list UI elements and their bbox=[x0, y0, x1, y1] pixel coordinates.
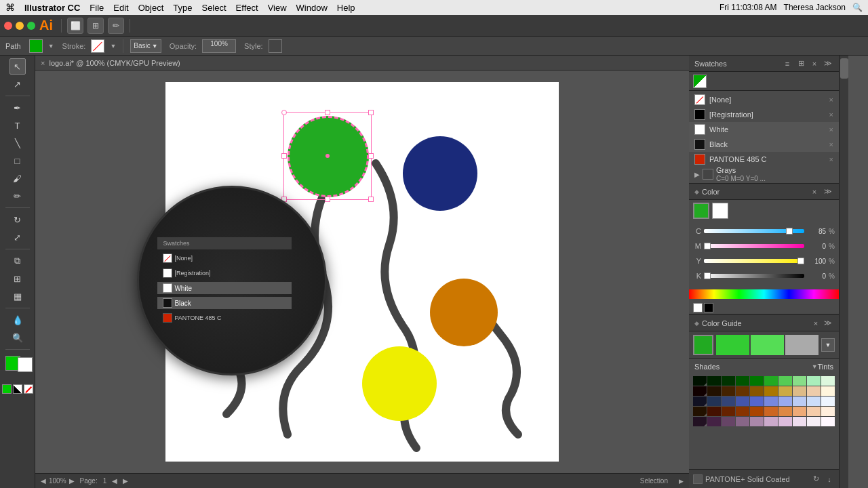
cg-cell[interactable] bbox=[821, 386, 835, 396]
line-tool[interactable]: ╲ bbox=[9, 135, 26, 151]
paintbrush-tool[interactable]: 🖌 bbox=[9, 170, 26, 186]
stroke-color-swatch[interactable] bbox=[91, 39, 104, 53]
canvas-content[interactable]: Swatches [None] [Registration] White bbox=[35, 70, 689, 473]
cg-cell[interactable] bbox=[764, 396, 778, 406]
cg-harmony-3[interactable] bbox=[785, 335, 818, 355]
menu-object[interactable]: Object bbox=[138, 3, 164, 13]
color-expand[interactable]: ≫ bbox=[823, 186, 833, 197]
type-tool[interactable]: T bbox=[9, 117, 26, 134]
swatch-white-row[interactable]: White × bbox=[689, 122, 839, 137]
cg-cell[interactable] bbox=[778, 396, 792, 406]
cg-cell[interactable] bbox=[821, 407, 835, 416]
cg-cell[interactable] bbox=[736, 417, 749, 426]
pen-tool[interactable]: ✒ bbox=[9, 100, 26, 116]
cg-cell[interactable] bbox=[807, 376, 821, 386]
cg-cell[interactable] bbox=[736, 376, 749, 386]
style-swatch[interactable] bbox=[269, 39, 282, 53]
cg-refresh-btn[interactable]: ↻ bbox=[810, 474, 821, 485]
handle-tr[interactable] bbox=[368, 110, 374, 115]
scrollbar-thumb[interactable] bbox=[840, 58, 848, 79]
opacity-input[interactable]: 100% bbox=[202, 39, 236, 53]
slider-c-track[interactable] bbox=[704, 229, 804, 233]
cg-cell[interactable] bbox=[764, 386, 778, 396]
cg-cell[interactable] bbox=[807, 386, 821, 396]
gradient-tool[interactable]: ▦ bbox=[9, 288, 26, 304]
handle-tl[interactable] bbox=[281, 110, 287, 115]
cg-cell[interactable] bbox=[750, 396, 764, 406]
cg-cell[interactable] bbox=[722, 396, 735, 406]
cg-cell[interactable] bbox=[807, 396, 821, 406]
cg-cell[interactable] bbox=[793, 407, 806, 416]
rotate-tool[interactable]: ↻ bbox=[9, 211, 26, 228]
close-tab-button[interactable]: × bbox=[41, 59, 45, 67]
cg-cell[interactable] bbox=[778, 376, 792, 386]
red-circle[interactable] bbox=[203, 224, 284, 306]
close-button[interactable] bbox=[4, 22, 12, 30]
handle-br[interactable] bbox=[368, 197, 374, 202]
swatch-grays-row[interactable]: ▶ Grays C=0 M=0 Y=0 ... bbox=[689, 167, 839, 182]
menu-file[interactable]: File bbox=[90, 3, 104, 13]
zoom-out-btn[interactable]: ◀ bbox=[41, 477, 46, 485]
app-name[interactable]: Illustrator CC bbox=[24, 3, 80, 13]
cg-cell[interactable] bbox=[722, 386, 735, 396]
swatch-none-row[interactable]: [None] × bbox=[689, 92, 839, 107]
eyedropper-tool[interactable]: 💧 bbox=[9, 312, 26, 328]
cg-cell[interactable] bbox=[736, 407, 749, 416]
cg-cell[interactable] bbox=[793, 417, 806, 426]
cg-harmony-1[interactable] bbox=[716, 335, 749, 355]
menu-help[interactable]: Help bbox=[337, 3, 355, 13]
slider-k-thumb[interactable] bbox=[704, 272, 711, 279]
color-stroke-swatch[interactable] bbox=[712, 203, 728, 219]
cg-cell[interactable] bbox=[793, 386, 806, 396]
selection-tool[interactable]: ↖ bbox=[9, 58, 26, 75]
cg-cell[interactable] bbox=[793, 376, 806, 386]
cg-cell[interactable] bbox=[722, 407, 735, 416]
blend-tool[interactable]: ⧉ bbox=[9, 253, 26, 269]
slider-k-track[interactable] bbox=[704, 274, 804, 278]
cg-cell[interactable] bbox=[707, 396, 721, 406]
menu-effect[interactable]: Effect bbox=[236, 3, 258, 13]
swatch-pantone-delete[interactable]: × bbox=[829, 155, 833, 163]
arrange-btn[interactable]: ⊞ bbox=[87, 18, 104, 34]
cg-cell[interactable] bbox=[821, 376, 835, 386]
brush-btn[interactable]: ✏ bbox=[108, 18, 124, 34]
fill-color-swatch[interactable] bbox=[29, 39, 43, 53]
cg-cell[interactable] bbox=[693, 386, 707, 396]
color-close[interactable]: × bbox=[809, 186, 820, 197]
color-icon[interactable] bbox=[2, 384, 12, 394]
zoom-value[interactable]: 100% bbox=[49, 477, 66, 485]
swatch-registration-row[interactable]: [Registration] × bbox=[689, 107, 839, 122]
zoom-in-btn[interactable]: ▶ bbox=[69, 477, 75, 485]
pencil-tool[interactable]: ✏ bbox=[9, 188, 26, 204]
swatch-white-delete[interactable]: × bbox=[829, 125, 833, 134]
cg-cell[interactable] bbox=[693, 407, 707, 416]
cg-cell[interactable] bbox=[778, 386, 792, 396]
apple-menu[interactable]: ⌘ bbox=[5, 2, 15, 13]
zoom-tool[interactable]: 🔍 bbox=[9, 329, 26, 346]
swatches-panel-header[interactable]: Swatches ≡ ⊞ × ≫ bbox=[689, 56, 839, 72]
cg-cell[interactable] bbox=[793, 396, 806, 406]
swatch-pantone-row[interactable]: PANTONE 485 C × bbox=[689, 152, 839, 167]
search-icon[interactable]: 🔍 bbox=[852, 3, 863, 12]
cg-cell[interactable] bbox=[764, 407, 778, 416]
cg-cell[interactable] bbox=[807, 407, 821, 416]
cg-harmony-dropdown[interactable]: ▼ bbox=[821, 338, 835, 352]
cg-cell[interactable] bbox=[707, 386, 721, 396]
color-spectrum[interactable] bbox=[689, 289, 839, 299]
menu-edit[interactable]: Edit bbox=[113, 3, 128, 13]
cg-cell[interactable] bbox=[750, 376, 764, 386]
color-swatch-white[interactable] bbox=[693, 303, 703, 312]
cg-cell[interactable] bbox=[707, 417, 721, 426]
right-scrollbar[interactable] bbox=[839, 56, 848, 488]
direct-selection-tool[interactable]: ↗ bbox=[9, 76, 26, 92]
cg-cell[interactable] bbox=[707, 407, 721, 416]
cg-footer-icon[interactable] bbox=[693, 474, 703, 484]
shape-tool[interactable]: □ bbox=[9, 152, 26, 169]
minimize-button[interactable] bbox=[16, 22, 24, 30]
yellow-circle[interactable] bbox=[362, 346, 437, 421]
swatch-black-delete[interactable]: × bbox=[829, 140, 833, 148]
orange-circle[interactable] bbox=[430, 279, 498, 346]
gradient-icon[interactable] bbox=[13, 384, 22, 394]
swatch-reg-delete[interactable]: × bbox=[829, 110, 833, 119]
cg-cell[interactable] bbox=[821, 396, 835, 406]
